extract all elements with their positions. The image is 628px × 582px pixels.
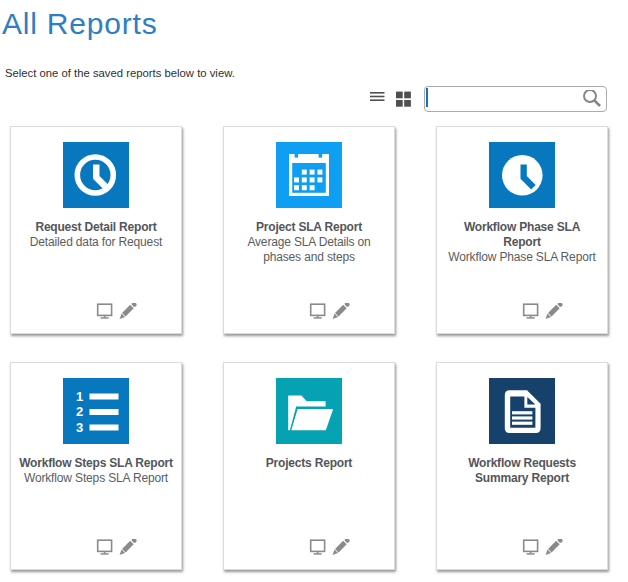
svg-text:3: 3	[76, 420, 83, 435]
svg-text:2: 2	[76, 404, 83, 419]
svg-text:1: 1	[76, 389, 83, 404]
